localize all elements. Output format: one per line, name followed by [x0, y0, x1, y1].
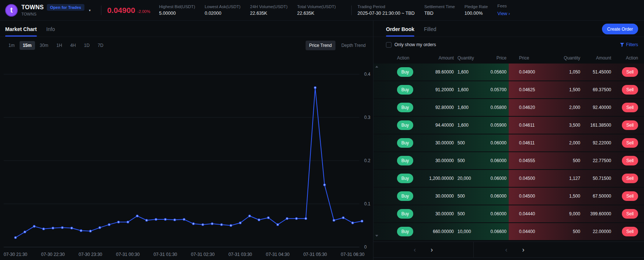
sell-amount: 22.00000: [586, 229, 619, 234]
fees-label: Fees: [497, 4, 510, 8]
stat-label: Total Volume(USDT): [297, 4, 336, 9]
sell-quantity: 2,000: [543, 140, 586, 146]
order-book-row: Buy1,200.0000020,0000.060000.045001,1275…: [373, 170, 644, 187]
scroll-down-icon[interactable]: [375, 235, 378, 237]
sell-quantity: 1,050: [543, 69, 586, 75]
only-my-orders-toggle[interactable]: Only show my orders: [386, 42, 436, 48]
stat-value: 5.00000: [159, 11, 195, 16]
buy-price: 0.05700: [488, 87, 509, 92]
stat-value: 22.635K: [250, 11, 288, 16]
sell-quantity: 1,500: [543, 87, 586, 92]
order-book-row: Buy92.800001,6000.058000.046202,00092.40…: [373, 99, 644, 116]
fees-view-link[interactable]: View›: [497, 11, 510, 16]
sell-button[interactable]: Sell: [622, 138, 638, 148]
buy-amount: 30.00000: [417, 211, 454, 216]
buy-button[interactable]: Buy: [397, 103, 413, 112]
header-stat: Settlement TimeTBD: [424, 4, 455, 16]
filters-button[interactable]: Filters: [620, 42, 638, 47]
scroll-up-icon[interactable]: [375, 66, 378, 68]
timeframe-30m[interactable]: 30m: [36, 41, 52, 50]
toggle-depth-trend[interactable]: Depth Trend: [338, 41, 369, 50]
sell-quantity: 9,000: [543, 211, 586, 216]
buy-button[interactable]: Buy: [397, 209, 413, 219]
tab-info[interactable]: Info: [46, 26, 55, 37]
buy-button[interactable]: Buy: [397, 191, 413, 201]
timeframe-1d[interactable]: 1D: [81, 41, 93, 50]
sell-button[interactable]: Sell: [622, 85, 638, 95]
sell-button[interactable]: Sell: [622, 191, 638, 201]
sell-price: 0.04500: [509, 194, 543, 199]
buy-amount: 30.00000: [417, 194, 454, 199]
stat-value: 100.00%: [464, 11, 488, 16]
buy-amount: 91.20000: [417, 87, 454, 92]
sell-price: 0.04625: [509, 87, 543, 92]
buy-button[interactable]: Buy: [397, 227, 413, 236]
buy-side-pagination: ‹ ›: [373, 242, 474, 257]
sell-button[interactable]: Sell: [622, 174, 638, 183]
buy-quantity: 500: [454, 194, 488, 199]
fees-stat: Fees View›: [497, 4, 510, 17]
buy-button[interactable]: Buy: [397, 138, 413, 148]
sell-quantity: 1,127: [543, 176, 586, 181]
timeframe-7d[interactable]: 7D: [94, 41, 107, 50]
sell-half: 0.045001,12750.71500Sell: [509, 170, 644, 187]
column-header: Price: [509, 55, 543, 61]
tab-order-book[interactable]: Order Book: [386, 26, 414, 37]
chevron-right-icon[interactable]: ›: [431, 246, 433, 253]
order-book-tabs: Order Book Filled Create Order: [373, 21, 644, 37]
buy-half: Buy30.000005000.06000: [373, 188, 509, 205]
buy-amount: 660.00000: [417, 229, 454, 234]
stat-label: Pledge Rate: [464, 4, 488, 9]
buy-price: 0.06000: [488, 140, 509, 146]
buy-half: Buy91.200001,6000.05700: [373, 81, 509, 98]
buy-price: 0.05800: [488, 105, 509, 110]
buy-button[interactable]: Buy: [397, 120, 413, 130]
buy-quantity: 500: [454, 158, 488, 163]
sell-half: 0.0455550022.77500Sell: [509, 152, 644, 169]
timeframe-group: 1m15m30m1H4H1D7D: [5, 41, 107, 50]
svg-text:07-31 03:30: 07-31 03:30: [229, 252, 252, 257]
buy-amount: 1,200.00000: [417, 176, 454, 181]
buy-quantity: 1,600: [454, 123, 488, 128]
buy-half: Buy30.000005000.06000: [373, 134, 509, 151]
sell-price: 0.04611: [509, 123, 543, 128]
buy-button[interactable]: Buy: [397, 85, 413, 95]
buy-quantity: 500: [454, 140, 488, 146]
buy-button[interactable]: Buy: [397, 174, 413, 183]
create-order-button[interactable]: Create Order: [602, 24, 638, 34]
chevron-left-icon[interactable]: ‹: [414, 246, 416, 253]
timeframe-1m[interactable]: 1m: [5, 41, 18, 50]
token-name: TOWNS: [21, 4, 44, 11]
buy-half: Buy30.000005000.06000: [373, 205, 509, 222]
svg-text:0.2: 0.2: [364, 158, 370, 163]
sell-button[interactable]: Sell: [622, 120, 638, 130]
timeframe-1h[interactable]: 1H: [53, 41, 65, 50]
chevron-left-icon[interactable]: ‹: [505, 246, 508, 253]
tab-market-chart[interactable]: Market Chart: [5, 26, 37, 37]
tab-filled[interactable]: Filled: [424, 26, 436, 37]
buy-button[interactable]: Buy: [397, 156, 413, 165]
sell-half: 0.044409,000399.60000Sell: [509, 205, 644, 222]
chevron-right-icon[interactable]: ›: [522, 246, 525, 253]
buy-button[interactable]: Buy: [397, 67, 413, 77]
order-book-row: Buy91.200001,6000.057000.046251,50069.37…: [373, 81, 644, 98]
svg-text:0.1: 0.1: [364, 201, 370, 206]
timeframe-4h[interactable]: 4H: [67, 41, 79, 50]
sell-button[interactable]: Sell: [622, 227, 638, 236]
sell-button[interactable]: Sell: [622, 67, 638, 77]
toggle-price-trend[interactable]: Price Trend: [306, 41, 335, 50]
buy-price: 0.06000: [488, 176, 509, 181]
sell-button[interactable]: Sell: [622, 209, 638, 219]
chart-toolbar: 1m15m30m1H4H1D7D Price TrendDepth Trend: [0, 37, 373, 50]
svg-text:0: 0: [364, 244, 367, 250]
sell-quantity: 500: [543, 158, 586, 163]
sell-button[interactable]: Sell: [622, 156, 638, 165]
chevron-down-icon[interactable]: ▾: [89, 8, 91, 12]
timeframe-15m[interactable]: 15m: [20, 41, 35, 50]
sell-half: 0.045001,50067.50000Sell: [509, 188, 644, 205]
checkbox-icon[interactable]: [386, 42, 391, 48]
buy-quantity: 1,600: [454, 105, 488, 110]
sell-button[interactable]: Sell: [622, 103, 638, 112]
svg-text:07-31 01:30: 07-31 01:30: [153, 252, 177, 257]
column-header: Quantity: [543, 55, 586, 61]
